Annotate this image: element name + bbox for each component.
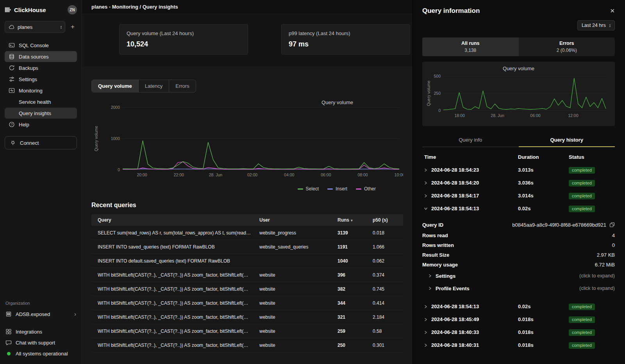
column-header-duration[interactable]: Duration bbox=[518, 154, 569, 160]
history-row[interactable]: 2024-06-28 18:54:173.014scompleted bbox=[422, 189, 615, 202]
chevron-down-icon bbox=[424, 207, 428, 210]
history-time: 2024-06-28 18:40:33 bbox=[422, 329, 518, 335]
time-range-dropdown[interactable]: Last 24 hrs ▴▾ bbox=[577, 20, 615, 30]
column-header-user[interactable]: User bbox=[255, 217, 334, 223]
sidebar-item-label: Chat with support bbox=[16, 340, 55, 346]
stat-label: Query volume (Last 24 hours) bbox=[127, 30, 241, 36]
table-row[interactable]: SELECT sum(read_rows) AS r, sum(total_ro… bbox=[91, 226, 403, 240]
detail-value: 2.97 KB bbox=[597, 252, 615, 258]
svg-text:02:00: 02:00 bbox=[247, 172, 257, 177]
svg-text:28. Jun: 28. Jun bbox=[491, 113, 504, 118]
history-row[interactable]: 2024-06-28 18:54:203.036scompleted bbox=[422, 176, 615, 189]
close-icon[interactable]: ✕ bbox=[610, 7, 615, 14]
chevron-right-icon bbox=[429, 274, 432, 278]
runs-cell: 382 bbox=[334, 286, 369, 292]
column-header-time[interactable]: Time bbox=[422, 154, 518, 160]
history-row[interactable]: 2024-06-28 18:54:130.02scompleted bbox=[422, 300, 615, 313]
svg-text:06:00: 06:00 bbox=[530, 113, 540, 118]
sidebar-item-label: Service health bbox=[19, 99, 51, 105]
detail-row: Rows written0 bbox=[422, 240, 615, 250]
breadcrumb-text: planes - Monitoring / Query insights bbox=[91, 4, 178, 10]
svg-text:22:00: 22:00 bbox=[174, 172, 184, 177]
legend-select[interactable]: Select bbox=[298, 186, 319, 192]
tab-query-history[interactable]: Query history bbox=[519, 133, 615, 147]
tab-query-info[interactable]: Query info bbox=[422, 133, 519, 147]
tab-query-volume[interactable]: Query volume bbox=[92, 80, 139, 92]
column-header-query[interactable]: Query bbox=[91, 217, 255, 223]
dropdown-caret-icon: ▴▾ bbox=[609, 23, 611, 28]
table-row[interactable]: WITH bitShiftLeft(CAST(?..), _CAST(?..))… bbox=[91, 338, 403, 352]
panel-title: Query information bbox=[422, 7, 480, 15]
table-row[interactable]: WITH bitShiftLeft(CAST(?..), _CAST(?..))… bbox=[91, 268, 403, 282]
legend-other[interactable]: Other bbox=[356, 186, 376, 192]
connect-button[interactable]: Connect bbox=[5, 136, 77, 149]
sidebar-nav: SQL Console Data sources Backups Set bbox=[5, 40, 77, 130]
table-row[interactable]: INSERT INTO default.saved_queries (text)… bbox=[91, 254, 403, 268]
sidebar-item-service-health[interactable]: Service health bbox=[5, 96, 77, 107]
add-service-button[interactable]: + bbox=[68, 22, 77, 32]
history-duration: 0.02s bbox=[518, 206, 569, 211]
status-ok-icon bbox=[7, 352, 11, 355]
history-row[interactable]: 2024-06-28 18:54:233.013scompleted bbox=[422, 163, 615, 176]
query-cell: WITH bitShiftLeft(CAST(?..), _CAST(?..))… bbox=[91, 272, 255, 278]
recent-queries-table: Query User Runs▾ p50 (s) SELECT sum(read… bbox=[91, 214, 403, 352]
detail-row: Result Size2.97 KB bbox=[422, 250, 615, 260]
expandable-label-text: Settings bbox=[436, 273, 455, 279]
sidebar-item-backups[interactable]: Backups bbox=[5, 62, 77, 73]
service-selector[interactable]: planes ▴▾ bbox=[5, 21, 65, 33]
status-dot-wrap bbox=[5, 352, 12, 355]
history-row[interactable]: 2024-06-28 18:45:490.018scompleted bbox=[422, 313, 615, 326]
table-row[interactable]: WITH bitShiftLeft(CAST(?..), _CAST(?..))… bbox=[91, 282, 403, 296]
sidebar-item-help[interactable]: ? Help bbox=[5, 119, 77, 130]
integrations-icon bbox=[5, 328, 12, 335]
expandable-row[interactable]: Profile Events(click to expand) bbox=[422, 282, 615, 295]
copy-icon[interactable] bbox=[609, 222, 615, 227]
history-row[interactable]: 2024-06-28 18:40:330.018scompleted bbox=[422, 326, 615, 339]
svg-text:12:00: 12:00 bbox=[568, 113, 578, 118]
column-header-status[interactable]: Status bbox=[569, 154, 615, 160]
status-badge: completed bbox=[569, 304, 595, 310]
history-row[interactable]: 2024-06-28 18:40:310.018scompleted bbox=[422, 339, 615, 352]
user-cell: website_saved_queries bbox=[255, 244, 334, 250]
insert-line-swatch bbox=[327, 188, 333, 190]
history-duration: 0.018s bbox=[518, 342, 569, 348]
sidebar-item-query-insights[interactable]: Query insights bbox=[5, 108, 77, 119]
sidebar-item-data-sources[interactable]: Data sources bbox=[5, 51, 77, 62]
p50-cell: 0.374 bbox=[369, 272, 403, 278]
sidebar-item-chat-support[interactable]: Chat with support bbox=[5, 337, 77, 348]
history-status: completed bbox=[569, 192, 615, 199]
sidebar-item-settings[interactable]: Settings bbox=[5, 74, 77, 85]
tab-latency[interactable]: Latency bbox=[139, 80, 170, 92]
avatar[interactable]: ZN bbox=[68, 5, 77, 14]
sidebar-item-monitoring[interactable]: Monitoring bbox=[5, 85, 77, 96]
column-header-runs[interactable]: Runs▾ bbox=[334, 217, 369, 223]
panel-header: Query information ✕ bbox=[422, 0, 615, 15]
summary-errors[interactable]: Errors 2 (0.06%) bbox=[519, 37, 615, 56]
sidebar-item-integrations[interactable]: Integrations bbox=[5, 327, 77, 337]
history-details: Query IDb0845aa9-a8c9-49f0-8f68-e678669b… bbox=[422, 215, 615, 300]
runs-cell: 396 bbox=[334, 272, 369, 278]
legend-insert[interactable]: Insert bbox=[327, 186, 347, 192]
organization-switcher[interactable]: ADSB.exposed › bbox=[5, 309, 77, 320]
chevron-right-icon bbox=[424, 318, 427, 321]
system-status[interactable]: All systems operational bbox=[5, 348, 77, 359]
summary-all-runs[interactable]: All runs 3,138 bbox=[422, 37, 519, 56]
column-header-p50[interactable]: p50 (s) bbox=[369, 217, 403, 223]
sidebar-item-sql-console[interactable]: SQL Console bbox=[5, 40, 77, 51]
table-row[interactable]: WITH bitShiftLeft(CAST(?..), _CAST(?..))… bbox=[91, 296, 403, 310]
summary-label: All runs bbox=[461, 41, 480, 46]
runs-cell: 344 bbox=[334, 300, 369, 306]
svg-text:2000: 2000 bbox=[111, 105, 120, 110]
table-row[interactable]: INSERT INTO saved_queries (text) FORMAT … bbox=[91, 240, 403, 254]
tab-errors[interactable]: Errors bbox=[169, 80, 195, 92]
chart-legend: Select Insert Other bbox=[91, 186, 403, 192]
svg-text:Query volume: Query volume bbox=[426, 80, 431, 106]
table-row[interactable]: WITH bitShiftLeft(CAST(?..), _CAST(?..))… bbox=[91, 324, 403, 338]
history-row[interactable]: 2024-06-28 18:54:130.02scompleted bbox=[422, 202, 615, 215]
legend-label: Other bbox=[364, 186, 376, 192]
user-cell: website bbox=[255, 328, 334, 334]
table-row[interactable]: WITH bitShiftLeft(CAST(?..), _CAST(?..))… bbox=[91, 310, 403, 324]
expandable-row[interactable]: Settings(click to expand) bbox=[422, 270, 615, 282]
svg-text:18:00: 18:00 bbox=[454, 113, 464, 118]
svg-text:?: ? bbox=[11, 123, 13, 126]
